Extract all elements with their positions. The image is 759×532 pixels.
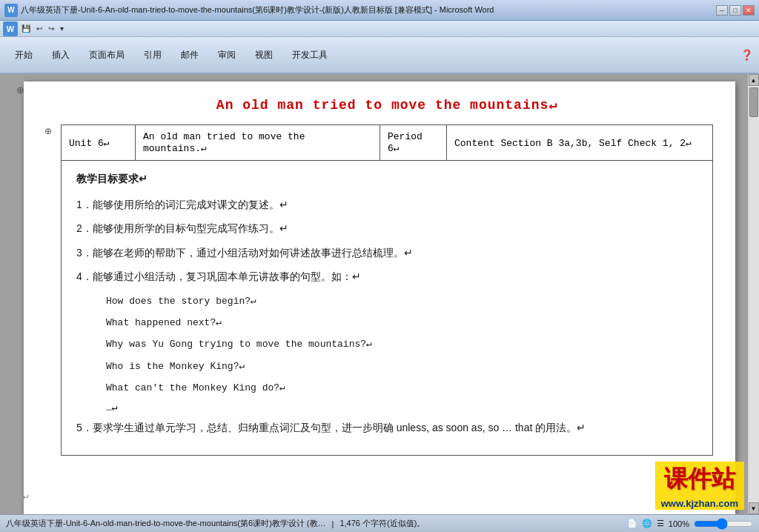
- section-title: 教学目标要求↵: [76, 173, 697, 186]
- table-move-handle[interactable]: ⊕: [44, 126, 52, 136]
- status-charcount: 1,476 个字符(近似值)。: [339, 518, 425, 529]
- item-2: 2．能够使用所学的目标句型完成写作练习。↵: [76, 220, 697, 236]
- page-content: An old man tried to move the mountains↵ …: [24, 82, 735, 471]
- lesson-title-value: An old man tried to move the mountains.↵: [143, 131, 305, 154]
- redo-quick-btn[interactable]: ↪: [46, 22, 56, 36]
- content-box: 教学目标要求↵ 1．能够使用所给的词汇完成对课文的复述。↵ 2．能够使用所学的目…: [61, 161, 713, 456]
- table-period-cell: Period 6↵: [380, 125, 447, 161]
- view-web-icon[interactable]: 🌐: [642, 519, 652, 528]
- document-area: ⊕ An old man tried to move the mountains…: [0, 74, 759, 514]
- tab-mailings[interactable]: 邮件: [172, 42, 208, 67]
- scroll-track[interactable]: [749, 86, 759, 502]
- watermark-url: www.kjzhan.com: [655, 497, 744, 510]
- scroll-up-arrow[interactable]: ▲: [749, 74, 759, 86]
- zoom-level: 100%: [669, 519, 689, 528]
- tab-review[interactable]: 审阅: [209, 42, 245, 67]
- unit-value: Unit 6↵: [69, 138, 110, 149]
- scroll-down-arrow[interactable]: ▼: [749, 502, 759, 514]
- table-wrapper: ⊕ Unit 6↵ An old man tried to move the m…: [61, 124, 713, 161]
- sub-item-1: How does the story begin?↵: [106, 293, 697, 310]
- customise-quick-btn[interactable]: ▾: [58, 22, 66, 36]
- status-bar-right: 📄 🌐 ☰ 100%: [627, 518, 753, 530]
- zoom-slider[interactable]: [694, 518, 753, 530]
- tab-view[interactable]: 视图: [246, 42, 282, 67]
- view-normal-icon[interactable]: 📄: [627, 519, 637, 528]
- title-bar-text: 八年级英语下册-Unit-6-An-old-man-tried-to-move-…: [21, 4, 494, 16]
- period-value: Period 6↵: [388, 131, 422, 154]
- status-filename: 八年级英语下册-Unit-6-An-old-man-tried-to-move-…: [6, 518, 326, 529]
- watermark-text: 课件站: [655, 462, 744, 497]
- page-end-mark: ↵: [22, 492, 30, 502]
- tab-pagelayout[interactable]: 页面布局: [80, 42, 133, 67]
- watermark: 课件站 www.kjzhan.com: [655, 462, 744, 510]
- tab-references[interactable]: 引用: [135, 42, 170, 67]
- status-separator: |: [332, 519, 334, 528]
- item-1: 1．能够使用所给的词汇完成对课文的复述。↵: [76, 196, 697, 213]
- tab-insert[interactable]: 插入: [43, 42, 79, 67]
- sub-item-4: Who is the Monkey King?↵: [106, 358, 697, 375]
- ellipsis-item: …↵: [106, 402, 697, 413]
- item-4: 4．能够通过小组活动，复习巩固本单元讲故事的句型。如：↵: [76, 268, 697, 285]
- view-outline-icon[interactable]: ☰: [657, 519, 664, 528]
- sub-item-3: Why was Yu Gong trying to move the mount…: [106, 336, 697, 353]
- document-title[interactable]: An old man tried to move the mountains↵: [61, 96, 713, 113]
- content-value: Content Section B 3a,3b, Self Check 1, 2…: [454, 138, 692, 149]
- page: An old man tried to move the mountains↵ …: [24, 82, 735, 514]
- status-bar: 八年级英语下册-Unit-6-An-old-man-tried-to-move-…: [0, 514, 759, 532]
- close-button[interactable]: ✕: [743, 5, 755, 16]
- title-bar-controls: ─ □ ✕: [716, 5, 755, 16]
- sub-item-2: What happened next?↵: [106, 314, 697, 331]
- help-icon[interactable]: ❓: [740, 49, 753, 61]
- item-3: 3．能够在老师的帮助下，通过小组活动对如何讲述故事进行总结梳理。↵: [76, 245, 697, 261]
- restore-button[interactable]: □: [729, 5, 741, 16]
- save-quick-btn[interactable]: 💾: [19, 22, 33, 36]
- undo-quick-btn[interactable]: ↩: [34, 22, 44, 36]
- sub-item-5: What can't the Monkey King do?↵: [106, 379, 697, 396]
- minimize-button[interactable]: ─: [716, 5, 728, 16]
- ribbon: 开始 插入 页面布局 引用 邮件 审阅 视图 开发工具 ❓: [0, 37, 759, 74]
- word-logo: W: [3, 21, 18, 36]
- quick-toolbar: W 💾 ↩ ↪ ▾: [0, 21, 759, 37]
- table-unit-cell: Unit 6↵: [62, 125, 136, 161]
- title-bar: W 八年级英语下册-Unit-6-An-old-man-tried-to-mov…: [0, 0, 759, 21]
- title-bar-left: W 八年级英语下册-Unit-6-An-old-man-tried-to-mov…: [4, 4, 494, 17]
- table-title-cell: An old man tried to move the mountains.↵: [136, 125, 380, 161]
- table-content-cell: Content Section B 3a,3b, Self Check 1, 2…: [447, 125, 713, 161]
- scrollbar-right[interactable]: ▲ ▼: [747, 74, 759, 514]
- tab-start[interactable]: 开始: [6, 42, 42, 67]
- scroll-thumb[interactable]: [749, 87, 758, 117]
- info-table: Unit 6↵ An old man tried to move the mou…: [61, 124, 713, 161]
- tab-developer[interactable]: 开发工具: [283, 42, 337, 67]
- word-icon: W: [4, 4, 18, 17]
- item-5: 5．要求学生通过单元学习，总结、归纳重点词汇及句型，进一步明确 unless, …: [76, 419, 697, 436]
